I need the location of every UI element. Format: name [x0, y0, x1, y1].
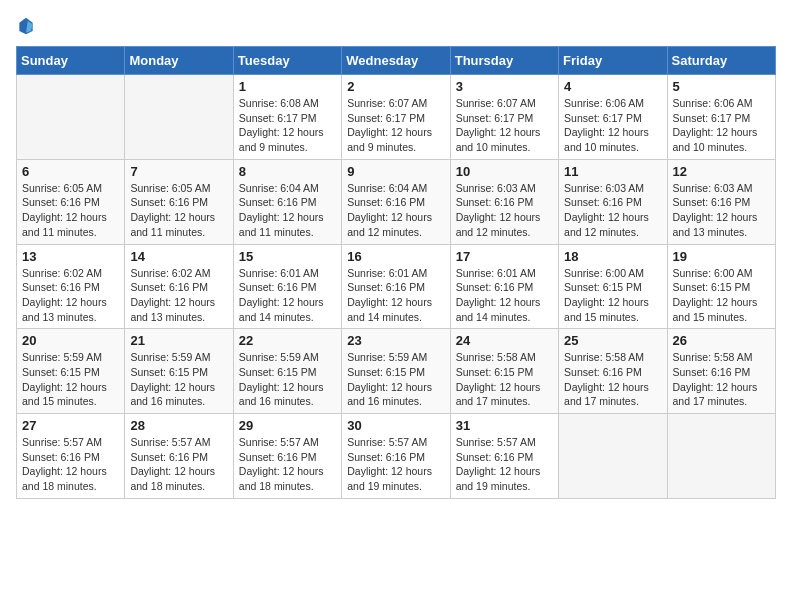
calendar-table: SundayMondayTuesdayWednesdayThursdayFrid… — [16, 46, 776, 499]
day-number: 21 — [130, 333, 227, 348]
day-info: Sunrise: 6:06 AMSunset: 6:17 PMDaylight:… — [673, 96, 770, 155]
calendar-day-cell: 9Sunrise: 6:04 AMSunset: 6:16 PMDaylight… — [342, 159, 450, 244]
calendar-day-cell: 30Sunrise: 5:57 AMSunset: 6:16 PMDayligh… — [342, 414, 450, 499]
day-number: 5 — [673, 79, 770, 94]
day-info: Sunrise: 6:05 AMSunset: 6:16 PMDaylight:… — [130, 181, 227, 240]
day-info: Sunrise: 6:01 AMSunset: 6:16 PMDaylight:… — [456, 266, 553, 325]
calendar-day-cell: 20Sunrise: 5:59 AMSunset: 6:15 PMDayligh… — [17, 329, 125, 414]
day-number: 29 — [239, 418, 336, 433]
calendar-day-cell: 18Sunrise: 6:00 AMSunset: 6:15 PMDayligh… — [559, 244, 667, 329]
calendar-day-cell: 23Sunrise: 5:59 AMSunset: 6:15 PMDayligh… — [342, 329, 450, 414]
calendar-day-cell — [667, 414, 775, 499]
day-number: 16 — [347, 249, 444, 264]
calendar-day-cell: 13Sunrise: 6:02 AMSunset: 6:16 PMDayligh… — [17, 244, 125, 329]
day-number: 26 — [673, 333, 770, 348]
day-info: Sunrise: 5:57 AMSunset: 6:16 PMDaylight:… — [22, 435, 119, 494]
day-number: 20 — [22, 333, 119, 348]
calendar-day-cell: 11Sunrise: 6:03 AMSunset: 6:16 PMDayligh… — [559, 159, 667, 244]
day-number: 18 — [564, 249, 661, 264]
day-info: Sunrise: 5:57 AMSunset: 6:16 PMDaylight:… — [456, 435, 553, 494]
day-number: 17 — [456, 249, 553, 264]
day-info: Sunrise: 6:04 AMSunset: 6:16 PMDaylight:… — [347, 181, 444, 240]
day-number: 3 — [456, 79, 553, 94]
day-number: 27 — [22, 418, 119, 433]
day-info: Sunrise: 6:02 AMSunset: 6:16 PMDaylight:… — [22, 266, 119, 325]
calendar-day-cell: 27Sunrise: 5:57 AMSunset: 6:16 PMDayligh… — [17, 414, 125, 499]
day-number: 2 — [347, 79, 444, 94]
day-info: Sunrise: 6:06 AMSunset: 6:17 PMDaylight:… — [564, 96, 661, 155]
day-number: 15 — [239, 249, 336, 264]
day-info: Sunrise: 5:58 AMSunset: 6:16 PMDaylight:… — [673, 350, 770, 409]
logo-icon — [16, 16, 36, 36]
day-info: Sunrise: 6:07 AMSunset: 6:17 PMDaylight:… — [456, 96, 553, 155]
day-number: 30 — [347, 418, 444, 433]
day-info: Sunrise: 6:00 AMSunset: 6:15 PMDaylight:… — [673, 266, 770, 325]
day-number: 31 — [456, 418, 553, 433]
day-number: 19 — [673, 249, 770, 264]
calendar-day-cell: 28Sunrise: 5:57 AMSunset: 6:16 PMDayligh… — [125, 414, 233, 499]
day-number: 1 — [239, 79, 336, 94]
day-info: Sunrise: 5:58 AMSunset: 6:15 PMDaylight:… — [456, 350, 553, 409]
calendar-week-row: 1Sunrise: 6:08 AMSunset: 6:17 PMDaylight… — [17, 75, 776, 160]
calendar-header-row: SundayMondayTuesdayWednesdayThursdayFrid… — [17, 47, 776, 75]
calendar-day-cell: 1Sunrise: 6:08 AMSunset: 6:17 PMDaylight… — [233, 75, 341, 160]
logo — [16, 16, 40, 36]
day-number: 24 — [456, 333, 553, 348]
header — [16, 16, 776, 36]
day-of-week-header: Thursday — [450, 47, 558, 75]
day-info: Sunrise: 5:59 AMSunset: 6:15 PMDaylight:… — [347, 350, 444, 409]
day-of-week-header: Friday — [559, 47, 667, 75]
day-number: 7 — [130, 164, 227, 179]
calendar-day-cell: 10Sunrise: 6:03 AMSunset: 6:16 PMDayligh… — [450, 159, 558, 244]
day-info: Sunrise: 5:59 AMSunset: 6:15 PMDaylight:… — [130, 350, 227, 409]
calendar-day-cell: 2Sunrise: 6:07 AMSunset: 6:17 PMDaylight… — [342, 75, 450, 160]
calendar-day-cell: 5Sunrise: 6:06 AMSunset: 6:17 PMDaylight… — [667, 75, 775, 160]
day-info: Sunrise: 6:04 AMSunset: 6:16 PMDaylight:… — [239, 181, 336, 240]
day-info: Sunrise: 6:00 AMSunset: 6:15 PMDaylight:… — [564, 266, 661, 325]
day-info: Sunrise: 5:57 AMSunset: 6:16 PMDaylight:… — [347, 435, 444, 494]
calendar-day-cell: 16Sunrise: 6:01 AMSunset: 6:16 PMDayligh… — [342, 244, 450, 329]
day-of-week-header: Sunday — [17, 47, 125, 75]
calendar-day-cell: 26Sunrise: 5:58 AMSunset: 6:16 PMDayligh… — [667, 329, 775, 414]
day-of-week-header: Saturday — [667, 47, 775, 75]
calendar-day-cell: 25Sunrise: 5:58 AMSunset: 6:16 PMDayligh… — [559, 329, 667, 414]
calendar-day-cell: 17Sunrise: 6:01 AMSunset: 6:16 PMDayligh… — [450, 244, 558, 329]
calendar-week-row: 20Sunrise: 5:59 AMSunset: 6:15 PMDayligh… — [17, 329, 776, 414]
calendar-day-cell — [559, 414, 667, 499]
calendar-day-cell: 3Sunrise: 6:07 AMSunset: 6:17 PMDaylight… — [450, 75, 558, 160]
day-info: Sunrise: 6:01 AMSunset: 6:16 PMDaylight:… — [239, 266, 336, 325]
day-info: Sunrise: 5:58 AMSunset: 6:16 PMDaylight:… — [564, 350, 661, 409]
calendar-day-cell: 21Sunrise: 5:59 AMSunset: 6:15 PMDayligh… — [125, 329, 233, 414]
calendar-day-cell: 19Sunrise: 6:00 AMSunset: 6:15 PMDayligh… — [667, 244, 775, 329]
day-info: Sunrise: 6:02 AMSunset: 6:16 PMDaylight:… — [130, 266, 227, 325]
calendar-day-cell: 14Sunrise: 6:02 AMSunset: 6:16 PMDayligh… — [125, 244, 233, 329]
day-info: Sunrise: 6:07 AMSunset: 6:17 PMDaylight:… — [347, 96, 444, 155]
calendar-week-row: 13Sunrise: 6:02 AMSunset: 6:16 PMDayligh… — [17, 244, 776, 329]
calendar-day-cell: 4Sunrise: 6:06 AMSunset: 6:17 PMDaylight… — [559, 75, 667, 160]
day-info: Sunrise: 6:05 AMSunset: 6:16 PMDaylight:… — [22, 181, 119, 240]
calendar-day-cell: 7Sunrise: 6:05 AMSunset: 6:16 PMDaylight… — [125, 159, 233, 244]
day-number: 28 — [130, 418, 227, 433]
day-number: 8 — [239, 164, 336, 179]
calendar-day-cell: 22Sunrise: 5:59 AMSunset: 6:15 PMDayligh… — [233, 329, 341, 414]
day-number: 11 — [564, 164, 661, 179]
calendar-day-cell: 6Sunrise: 6:05 AMSunset: 6:16 PMDaylight… — [17, 159, 125, 244]
day-number: 13 — [22, 249, 119, 264]
day-number: 22 — [239, 333, 336, 348]
day-number: 6 — [22, 164, 119, 179]
day-of-week-header: Tuesday — [233, 47, 341, 75]
day-info: Sunrise: 5:57 AMSunset: 6:16 PMDaylight:… — [239, 435, 336, 494]
day-number: 4 — [564, 79, 661, 94]
day-info: Sunrise: 6:03 AMSunset: 6:16 PMDaylight:… — [456, 181, 553, 240]
day-number: 23 — [347, 333, 444, 348]
calendar-day-cell: 31Sunrise: 5:57 AMSunset: 6:16 PMDayligh… — [450, 414, 558, 499]
day-number: 25 — [564, 333, 661, 348]
day-number: 10 — [456, 164, 553, 179]
calendar-day-cell: 29Sunrise: 5:57 AMSunset: 6:16 PMDayligh… — [233, 414, 341, 499]
calendar-day-cell: 24Sunrise: 5:58 AMSunset: 6:15 PMDayligh… — [450, 329, 558, 414]
calendar-week-row: 27Sunrise: 5:57 AMSunset: 6:16 PMDayligh… — [17, 414, 776, 499]
day-number: 9 — [347, 164, 444, 179]
day-info: Sunrise: 6:03 AMSunset: 6:16 PMDaylight:… — [564, 181, 661, 240]
day-info: Sunrise: 6:03 AMSunset: 6:16 PMDaylight:… — [673, 181, 770, 240]
day-info: Sunrise: 6:01 AMSunset: 6:16 PMDaylight:… — [347, 266, 444, 325]
